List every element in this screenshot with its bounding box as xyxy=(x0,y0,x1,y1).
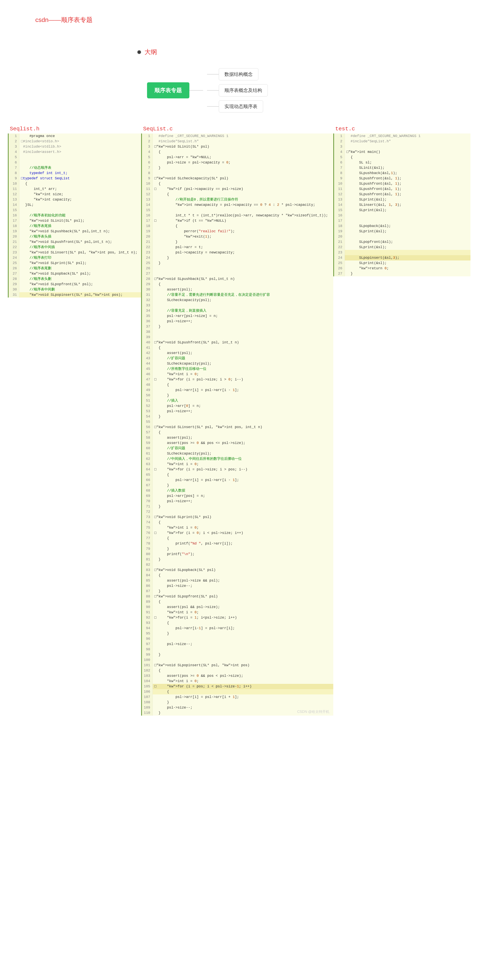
code-line: 19 perror("realloc fail!"); xyxy=(142,229,333,234)
code-line: 11 SLpushfront(&sl, 1); xyxy=(334,186,471,192)
line-number: 92 xyxy=(142,615,153,620)
line-number: 104 xyxy=(142,679,153,684)
code-content: } xyxy=(153,652,161,657)
code-line: 27 } xyxy=(334,271,471,276)
code-line: 13 SLprint(&sl); xyxy=(334,197,471,202)
line-number: 65 xyxy=(142,472,153,477)
line-number: 45 xyxy=(142,366,153,372)
code-content: □ "kw">for(i = 1; i<psl->size; i++) xyxy=(153,615,237,620)
line-number: 10 xyxy=(9,181,19,186)
line-number: 80 xyxy=(142,552,153,557)
file-title-t: test.c xyxy=(333,124,471,134)
code-line: 3□"kw">void SLinit(SL* psl) xyxy=(142,144,333,150)
code-content: □"kw">void SLcheckcapacity(SL* psl) xyxy=(153,176,228,181)
line-number: 2 xyxy=(334,139,345,144)
mindmap-child: 数据结构概念 xyxy=(219,68,258,80)
code-line: 14 "kw">int newcapacity = psl->capacity … xyxy=(142,202,333,208)
code-line: 11 int_t* arr; xyxy=(9,186,141,192)
code-line: 14 }SL; xyxy=(9,202,141,208)
code-content: #define _CRT_SECURE_NO_WARNINGS 1 xyxy=(153,134,228,139)
code-content: //顺序表打印 xyxy=(19,255,51,261)
code-line: 27 xyxy=(142,271,333,276)
code-content: □"kw">int main() xyxy=(345,150,380,154)
code-line: 14 SLinsert(&sl, 1, 3); xyxy=(334,202,471,208)
code-line: 108 } xyxy=(142,700,333,705)
code-content: "kw">void SLpushback(SL* psl,int_t n); xyxy=(19,229,110,234)
code-line: 106 { xyxy=(142,689,333,694)
line-number: 44 xyxy=(142,361,153,366)
line-number: 1 xyxy=(9,134,19,139)
line-number: 91 xyxy=(142,610,153,615)
code-line: 32 SLcheckcapacity(psl); xyxy=(142,298,333,303)
code-content: } xyxy=(153,589,161,594)
line-number: 97 xyxy=(142,641,153,647)
code-line: 65 { xyxy=(142,472,333,477)
line-number: 19 xyxy=(334,229,345,234)
code-line: 51 //插入 xyxy=(142,398,333,403)
line-number: 5 xyxy=(334,154,345,160)
code-line: 4 #include<assert.h> xyxy=(9,150,141,154)
code-line: 16 //顺序表初始化的功能 xyxy=(9,213,141,218)
line-number: 94 xyxy=(142,626,153,631)
code-content: { xyxy=(153,430,161,435)
line-number: 13 xyxy=(334,197,345,202)
code-line: 7 } xyxy=(142,165,333,170)
line-number: 12 xyxy=(9,192,19,197)
line-number: 46 xyxy=(142,372,153,377)
line-number: 78 xyxy=(142,541,153,546)
code-content xyxy=(19,208,21,213)
code-content: } xyxy=(153,255,169,261)
line-number: 22 xyxy=(9,245,19,250)
code-line: 59 assert(pos >= 0 && pos <= psl->size); xyxy=(142,441,333,446)
code-content: assert(psl); xyxy=(153,350,192,356)
code-content: //顺序表头删 xyxy=(19,276,51,282)
code-content: "kw">void SLpopfront(SL* psl); xyxy=(19,282,93,287)
code-line: 77 { xyxy=(142,536,333,541)
column-seqlist-h: Seqlist.h 1 #pragma once2□#include<stdio… xyxy=(8,124,141,298)
code-line: 9□typedef struct SeqList xyxy=(9,176,141,181)
code-line: 107 psl->arr[i] = psl->arr[i + 1]; xyxy=(142,694,333,700)
outline-heading: 大纲 xyxy=(137,48,495,56)
code-line: 15 xyxy=(9,208,141,213)
code-line: 93 { xyxy=(142,620,333,626)
code-line: 13 "kw">int capacity; xyxy=(9,197,141,202)
code-line: 103 assert(pos >= 0 && pos < psl->size); xyxy=(142,673,333,679)
code-content: psl->arr[0] = n; xyxy=(153,403,201,409)
line-number: 14 xyxy=(334,202,345,208)
code-content: #include"SeqList.h" xyxy=(153,139,199,144)
bullet-icon xyxy=(137,50,141,54)
code-content: SLpushfront(&sl, 1); xyxy=(345,176,401,181)
code-line: 1 #define _CRT_SECURE_NO_WARNINGS 1 xyxy=(142,134,333,139)
line-number: 21 xyxy=(9,239,19,245)
code-line: 20 xyxy=(334,234,471,239)
line-number: 93 xyxy=(142,620,153,626)
mindmap-root: 顺序表专题 xyxy=(147,82,189,99)
code-line: 3 #include<stdlib.h> xyxy=(9,144,141,150)
code-line: 35 psl->arr[psl->size] = n; xyxy=(142,313,333,319)
line-number: 16 xyxy=(334,213,345,218)
column-seqlist-c: SeqList.c CSDN @哈太特开机 1 #define _CRT_SEC… xyxy=(141,124,333,716)
code-line: 23 xyxy=(334,250,471,255)
code-content: { xyxy=(153,536,169,541)
code-content: "kw">return 0; xyxy=(345,266,389,271)
code-line: 5 xyxy=(9,154,141,160)
code-line: 31 "kw">void SLpopinsert(SL* psl,"kw">in… xyxy=(9,292,141,298)
code-content: //顺序表尾删 xyxy=(19,266,51,271)
code-content: psl->size++; xyxy=(153,319,192,324)
code-content: //刚开始是0，所以需要进行三目操作符 xyxy=(153,197,238,202)
code-line: 102 { xyxy=(142,668,333,673)
line-number: 6 xyxy=(334,160,345,165)
code-line: 57 { xyxy=(142,430,333,435)
code-content: { xyxy=(153,223,178,229)
mindmap-children: 数据结构概念 顺序表概念及结构 实现动态顺序表 xyxy=(207,68,268,113)
code-line: 6 SL sl; xyxy=(334,160,471,165)
code-content: } xyxy=(153,393,169,398)
code-line: 98 xyxy=(142,647,333,652)
line-number: 12 xyxy=(334,192,345,197)
line-number: 29 xyxy=(142,282,153,287)
connector-line xyxy=(189,90,203,91)
code-line: 75 "kw">int i = 0; xyxy=(142,525,333,530)
line-number: 8 xyxy=(334,170,345,176)
code-content: typedef int int_t; xyxy=(19,170,68,176)
code-line: 12 "kw">int size; xyxy=(9,192,141,197)
